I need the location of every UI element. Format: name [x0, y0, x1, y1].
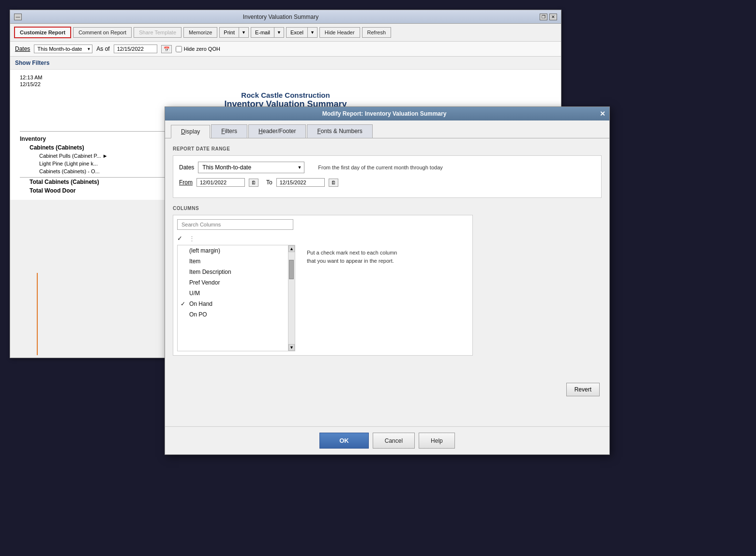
columns-list-wrapper: (left margin) Item Item Description Pref…	[177, 245, 469, 351]
dates-select-wrapper-dialog: This Month-to-date	[198, 162, 304, 173]
excel-button[interactable]: Excel	[287, 28, 308, 37]
to-date-input[interactable]	[276, 178, 325, 187]
share-template-button[interactable]: Share Template	[134, 27, 181, 38]
list-item[interactable]: (left margin)	[178, 245, 288, 256]
dates-bar: Dates This Month-to-date As of 📅 Hide ze…	[10, 42, 561, 57]
excel-arrow-icon[interactable]: ▼	[308, 28, 317, 37]
from-label: From	[179, 179, 193, 186]
col-header-item	[20, 123, 21, 129]
report-close-icon[interactable]: ✕	[549, 14, 557, 20]
tab-fonts-numbers-label: Fonts & Numbers	[317, 128, 362, 135]
list-item[interactable]: ✓On Hand	[178, 299, 288, 309]
list-item[interactable]: On PO	[178, 309, 288, 320]
ok-button[interactable]: OK	[319, 433, 369, 449]
date-range-description: From the first day of the current month …	[318, 165, 442, 170]
tab-display-label: Display	[181, 128, 200, 135]
report-date-line: 12/15/22	[20, 81, 551, 87]
dialog-close-icon[interactable]: ✕	[600, 110, 605, 118]
dialog-title: Modify Report: Inventory Valuation Summa…	[169, 110, 600, 117]
report-titlebar: — Inventory Valuation Summary ❐ ✕	[10, 10, 561, 24]
tab-header-footer[interactable]: Header/Footer	[248, 124, 306, 138]
window-controls-right: ❐ ✕	[540, 14, 557, 20]
as-of-date-input[interactable]	[114, 45, 157, 53]
check-header: ✓	[177, 235, 187, 242]
email-button[interactable]: E-mail	[251, 28, 274, 37]
as-of-label: As of	[96, 45, 109, 52]
from-date-input[interactable]	[197, 178, 245, 187]
hide-zero-label: Hide zero QOH	[176, 46, 220, 52]
memorize-button[interactable]: Memorize	[183, 27, 217, 38]
window-controls: —	[14, 14, 22, 20]
to-calendar-icon[interactable]: 🗓	[329, 179, 338, 187]
show-filters-link[interactable]: Show Filters	[15, 60, 49, 66]
date-range-row1: Dates This Month-to-date From the first …	[179, 162, 595, 173]
report-timestamp: 12:13 AM	[20, 75, 551, 80]
tab-filters[interactable]: Filters	[211, 124, 247, 138]
list-item[interactable]: U/M	[178, 288, 288, 299]
date-range-section: Dates This Month-to-date From the first …	[173, 155, 602, 198]
customize-report-button[interactable]: Customize Report	[14, 27, 71, 38]
list-item[interactable]: Pref Vendor	[178, 277, 288, 288]
cancel-button[interactable]: Cancel	[373, 433, 415, 449]
columns-section: COLUMNS ✓ ⋮ (left margin) Item	[173, 206, 602, 356]
dialog-body: REPORT DATE RANGE Dates This Month-to-da…	[165, 138, 609, 371]
hide-header-button[interactable]: Hide Header	[319, 27, 360, 38]
comment-on-report-button[interactable]: Comment on Report	[73, 27, 132, 38]
tab-filters-label: Filters	[221, 128, 237, 135]
columns-scrollbar[interactable]: ▲ ▼	[288, 245, 295, 351]
minimize-icon[interactable]: —	[14, 14, 22, 20]
show-filters-bar: Show Filters	[10, 57, 561, 70]
print-button[interactable]: Print	[220, 28, 239, 37]
scroll-thumb[interactable]	[289, 260, 294, 279]
dates-select[interactable]: This Month-to-date	[34, 45, 92, 53]
help-button[interactable]: Help	[419, 433, 455, 449]
dialog-titlebar: Modify Report: Inventory Valuation Summa…	[165, 107, 609, 120]
report-window-title: Inventory Valuation Summary	[22, 14, 540, 20]
columns-header-row: ✓ ⋮	[177, 234, 469, 243]
dates-select-wrapper: This Month-to-date	[34, 45, 92, 53]
restore-icon[interactable]: ❐	[540, 14, 547, 20]
dialog-tabs: Display Filters Header/Footer Fonts & Nu…	[165, 120, 609, 138]
company-name: Rock Castle Construction	[20, 91, 551, 99]
tab-fonts-numbers[interactable]: Fonts & Numbers	[307, 124, 372, 138]
search-columns-input[interactable]	[177, 219, 293, 230]
to-label: To	[266, 179, 272, 186]
print-arrow-icon[interactable]: ▼	[239, 28, 248, 37]
columns-section-label: COLUMNS	[173, 206, 602, 211]
columns-list-box[interactable]: (left margin) Item Item Description Pref…	[177, 245, 288, 351]
columns-help-text: Put a check mark next to each column tha…	[303, 245, 409, 351]
drag-handle-icon: ⋮	[189, 235, 195, 242]
dates-select-dialog[interactable]: This Month-to-date	[198, 162, 304, 173]
email-arrow-icon[interactable]: ▼	[274, 28, 284, 37]
dates-label: Dates	[15, 45, 30, 52]
print-button-group[interactable]: Print ▼	[219, 27, 249, 38]
tab-display[interactable]: Display	[171, 125, 210, 138]
excel-button-group[interactable]: Excel ▼	[286, 27, 318, 38]
columns-area: ✓ ⋮ (left margin) Item Item Description	[173, 215, 473, 356]
report-toolbar: Customize Report Comment on Report Share…	[10, 24, 561, 42]
modify-report-dialog: Modify Report: Inventory Valuation Summa…	[165, 106, 610, 455]
hide-zero-checkbox[interactable]	[176, 46, 182, 52]
list-item[interactable]: Item	[178, 256, 288, 267]
tab-header-footer-label: Header/Footer	[258, 128, 296, 135]
arrow-vertical-line	[37, 273, 38, 355]
list-item[interactable]: Item Description	[178, 267, 288, 277]
email-button-group[interactable]: E-mail ▼	[251, 27, 284, 38]
date-range-row2: From 🗓 To 🗓	[179, 178, 595, 187]
from-calendar-icon[interactable]: 🗓	[249, 179, 258, 187]
date-range-section-label: REPORT DATE RANGE	[173, 146, 602, 151]
refresh-button[interactable]: Refresh	[362, 27, 392, 38]
calendar-icon[interactable]: 📅	[161, 45, 172, 53]
scroll-up-icon[interactable]: ▲	[288, 245, 295, 252]
dates-label-dialog: Dates	[179, 164, 194, 171]
dialog-footer: OK Cancel Help	[165, 426, 609, 454]
scroll-down-icon[interactable]: ▼	[288, 344, 295, 351]
